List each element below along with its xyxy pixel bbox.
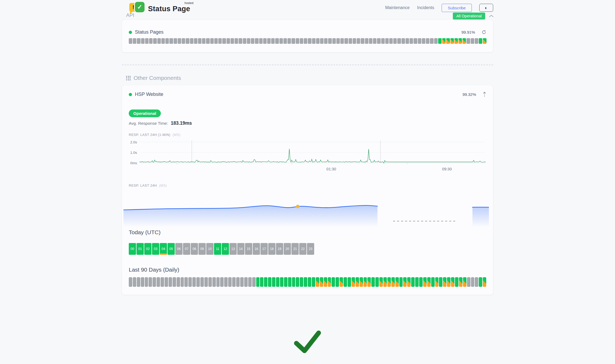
uptime-day-segment[interactable] xyxy=(462,38,466,44)
uptime-day-segment[interactable] xyxy=(352,277,355,287)
uptime-day-segment[interactable] xyxy=(161,38,165,44)
uptime-day-segment[interactable] xyxy=(340,277,343,287)
uptime-day-segment[interactable] xyxy=(418,38,421,44)
uptime-day-segment[interactable] xyxy=(184,277,188,287)
response-time-area-chart[interactable] xyxy=(123,190,489,227)
hour-block-16[interactable]: 16 xyxy=(253,243,260,255)
uptime-day-segment[interactable] xyxy=(435,277,439,287)
hour-block-10[interactable]: 10 xyxy=(206,243,213,255)
uptime-day-segment[interactable] xyxy=(312,277,315,287)
uptime-day-segment[interactable] xyxy=(204,277,208,287)
uptime-day-segment[interactable] xyxy=(446,38,450,44)
uptime-day-segment[interactable] xyxy=(320,38,324,44)
uptime-day-segment[interactable] xyxy=(443,277,446,287)
uptime-day-segment[interactable] xyxy=(247,38,250,44)
uptime-day-segment[interactable] xyxy=(332,277,335,287)
uptime-day-segment[interactable] xyxy=(178,38,181,44)
uptime-day-segment[interactable] xyxy=(276,277,279,287)
uptime-day-segment[interactable] xyxy=(431,277,435,287)
uptime-day-segment[interactable] xyxy=(410,38,413,44)
uptime-day-segment[interactable] xyxy=(383,277,387,287)
uptime-day-segment[interactable] xyxy=(300,38,303,44)
uptime-day-segment[interactable] xyxy=(259,38,263,44)
uptime-day-segment[interactable] xyxy=(369,38,372,44)
uptime-day-segment[interactable] xyxy=(389,38,393,44)
uptime-day-segment[interactable] xyxy=(454,38,458,44)
uptime-day-segment[interactable] xyxy=(264,277,267,287)
collapse-card-button[interactable] xyxy=(483,92,486,97)
uptime-day-segment[interactable] xyxy=(256,277,260,287)
uptime-day-segment[interactable] xyxy=(385,38,389,44)
uptime-day-segment[interactable] xyxy=(316,38,320,44)
hour-block-18[interactable]: 18 xyxy=(268,243,275,255)
uptime-day-segment[interactable] xyxy=(165,38,169,44)
uptime-day-segment[interactable] xyxy=(364,277,367,287)
uptime-day-segment[interactable] xyxy=(423,277,427,287)
uptime-day-segment[interactable] xyxy=(260,277,263,287)
uptime-day-segment[interactable] xyxy=(430,38,433,44)
hour-block-05[interactable]: 05 xyxy=(168,243,175,255)
uptime-day-segment[interactable] xyxy=(379,277,383,287)
hour-block-04[interactable]: 04 xyxy=(160,243,167,255)
uptime-day-segment[interactable] xyxy=(483,277,486,287)
uptime-day-segment[interactable] xyxy=(157,277,160,287)
hour-block-17[interactable]: 17 xyxy=(260,243,268,255)
uptime-day-segment[interactable] xyxy=(235,38,238,44)
uptime-day-segment[interactable] xyxy=(324,38,328,44)
uptime-day-segment[interactable] xyxy=(300,277,303,287)
hour-block-00[interactable]: 00 xyxy=(129,243,136,255)
uptime-day-segment[interactable] xyxy=(280,277,283,287)
uptime-day-segment[interactable] xyxy=(357,38,360,44)
hour-block-09[interactable]: 09 xyxy=(198,243,206,255)
uptime-day-segment[interactable] xyxy=(161,277,164,287)
uptime-day-segment[interactable] xyxy=(252,277,256,287)
uptime-day-segment[interactable] xyxy=(268,277,271,287)
uptime-day-segment[interactable] xyxy=(458,38,462,44)
uptime-day-segment[interactable] xyxy=(377,38,380,44)
uptime-day-segment[interactable] xyxy=(192,277,196,287)
uptime-day-segment[interactable] xyxy=(182,38,185,44)
uptime-day-segment[interactable] xyxy=(475,277,478,287)
uptime-day-segment[interactable] xyxy=(475,38,478,44)
uptime-day-segment[interactable] xyxy=(463,277,466,287)
uptime-day-segment[interactable] xyxy=(255,38,258,44)
hour-block-15[interactable]: 15 xyxy=(245,243,252,255)
uptime-day-segment[interactable] xyxy=(348,277,351,287)
uptime-day-segment[interactable] xyxy=(459,277,462,287)
uptime-day-segment[interactable] xyxy=(312,38,316,44)
uptime-day-segment[interactable] xyxy=(137,277,140,287)
uptime-day-segment[interactable] xyxy=(353,38,356,44)
uptime-day-segment[interactable] xyxy=(279,38,283,44)
uptime-day-segment[interactable] xyxy=(288,277,291,287)
uptime-day-segment[interactable] xyxy=(196,277,200,287)
uptime-day-segment[interactable] xyxy=(483,38,486,44)
uptime-day-segment[interactable] xyxy=(251,38,254,44)
collapse-section-button[interactable] xyxy=(488,14,494,19)
hour-block-23[interactable]: 23 xyxy=(307,243,314,255)
uptime-day-segment[interactable] xyxy=(291,38,295,44)
response-time-line-chart[interactable]: 2.0s1.0s0ms01:3009:30 xyxy=(129,139,487,172)
hour-block-13[interactable]: 13 xyxy=(229,243,237,255)
uptime-day-segment[interactable] xyxy=(336,277,339,287)
uptime-day-segment[interactable] xyxy=(220,277,224,287)
uptime-day-segment[interactable] xyxy=(206,38,209,44)
uptime-day-segment[interactable] xyxy=(328,277,331,287)
uptime-day-segment[interactable] xyxy=(284,277,287,287)
uptime-day-segment[interactable] xyxy=(239,38,242,44)
uptime-day-segment[interactable] xyxy=(479,277,482,287)
uptime-day-segment[interactable] xyxy=(275,38,279,44)
uptime-day-segment[interactable] xyxy=(375,277,379,287)
uptime-day-segment[interactable] xyxy=(340,38,344,44)
uptime-day-segment[interactable] xyxy=(336,38,340,44)
uptime-day-segment[interactable] xyxy=(427,277,431,287)
uptime-day-segment[interactable] xyxy=(361,38,364,44)
uptime-day-segment[interactable] xyxy=(407,277,411,287)
uptime-day-segment[interactable] xyxy=(227,38,230,44)
uptime-day-segment[interactable] xyxy=(194,38,197,44)
uptime-day-segment[interactable] xyxy=(267,38,271,44)
uptime-day-segment[interactable] xyxy=(381,38,385,44)
uptime-day-segment[interactable] xyxy=(145,38,149,44)
uptime-day-segment[interactable] xyxy=(222,38,226,44)
uptime-day-segment[interactable] xyxy=(411,277,415,287)
uptime-day-segment[interactable] xyxy=(296,38,299,44)
